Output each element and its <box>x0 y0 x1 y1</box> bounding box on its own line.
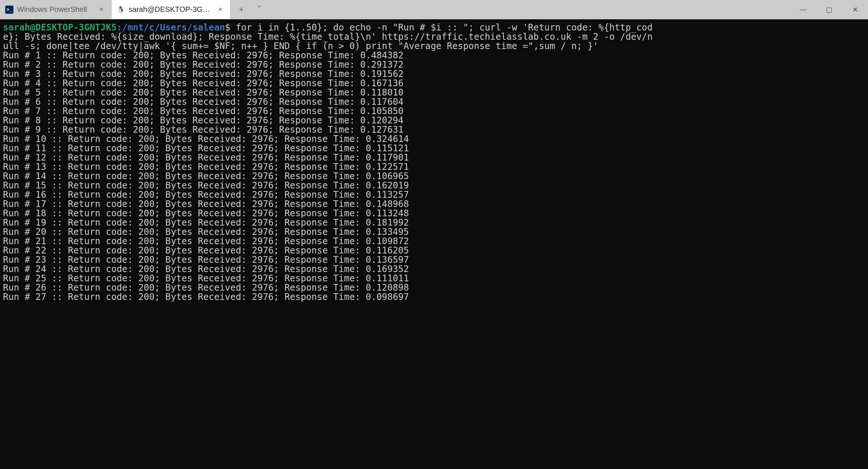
tab-dropdown-button[interactable]: ˅ <box>252 3 266 17</box>
window-controls: — ▢ ✕ <box>790 0 868 19</box>
powershell-icon: >_ <box>5 6 13 14</box>
tab-strip: >_ Windows PowerShell ✕ 🐧 sarah@DESKTOP-… <box>0 0 790 19</box>
tab-powershell[interactable]: >_ Windows PowerShell ✕ <box>0 0 112 19</box>
titlebar: >_ Windows PowerShell ✕ 🐧 sarah@DESKTOP-… <box>0 0 868 19</box>
tux-icon: 🐧 <box>117 6 125 14</box>
close-window-button[interactable]: ✕ <box>842 0 868 19</box>
tab-actions: + ˅ <box>230 0 270 19</box>
close-icon[interactable]: ✕ <box>216 6 224 14</box>
close-icon[interactable]: ✕ <box>97 6 105 14</box>
tab-label: Windows PowerShell <box>17 5 93 14</box>
maximize-button[interactable]: ▢ <box>816 0 842 19</box>
new-tab-button[interactable]: + <box>234 3 248 17</box>
terminal-output[interactable]: sarah@DESKTOP-3GNTJK5:/mnt/c/Users/salea… <box>0 19 868 305</box>
minimize-button[interactable]: — <box>790 0 816 19</box>
tab-wsl[interactable]: 🐧 sarah@DESKTOP-3GNTJK5: /mn ✕ <box>112 0 230 19</box>
tab-label: sarah@DESKTOP-3GNTJK5: /mn <box>129 5 212 14</box>
